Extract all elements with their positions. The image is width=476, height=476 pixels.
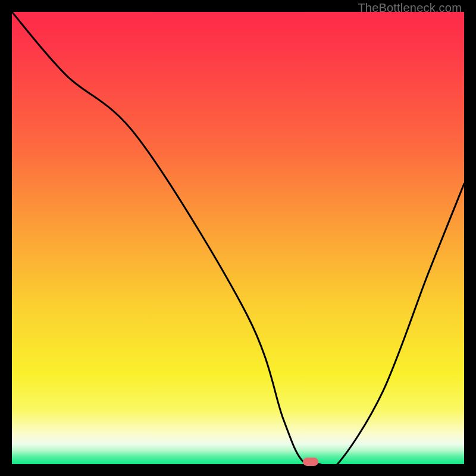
bottleneck-curve: [12, 12, 464, 464]
outer-frame: TheBottleneck.com: [0, 0, 476, 476]
plot-area: [12, 12, 464, 464]
optimal-marker: [303, 458, 318, 466]
